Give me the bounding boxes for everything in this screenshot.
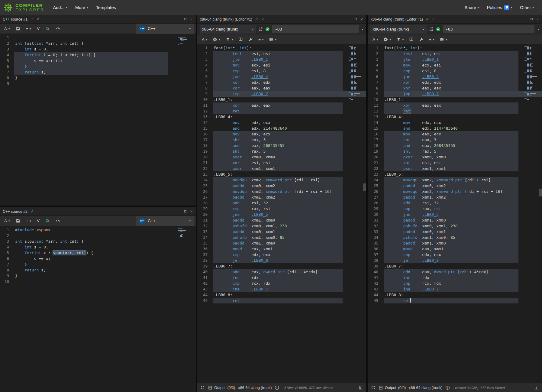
- rename-icon[interactable]: [255, 18, 258, 21]
- compiler-options-input[interactable]: -O3: [443, 25, 534, 33]
- stats-icon[interactable]: [534, 385, 539, 390]
- font-size-button[interactable]: A▾: [2, 217, 12, 224]
- asm-line: 9 jmp .LBB0_7: [197, 91, 366, 97]
- nav-menu-share[interactable]: Share▾: [460, 0, 483, 15]
- pane-titlebar[interactable]: C++ source #2: [0, 207, 196, 216]
- nav-menu-add[interactable]: Add...▾: [49, 0, 71, 15]
- vim-toggle-button[interactable]: V: [34, 217, 42, 224]
- asm-label-link[interactable]: .LBB0_7: [422, 92, 439, 96]
- info-icon[interactable]: [445, 385, 450, 390]
- asm-editor[interactable]: 1fast(int*, int):2 test esi, esi3 jle .L…: [197, 44, 366, 383]
- scrollbar-thumb[interactable]: [363, 183, 366, 191]
- rename-icon[interactable]: [30, 210, 34, 213]
- nav-menu-more[interactable]: More▾: [71, 0, 92, 15]
- maximize-icon[interactable]: [354, 18, 357, 21]
- minimap[interactable]: [178, 35, 192, 46]
- add-pane-button[interactable]: +▾: [427, 36, 436, 43]
- recompile-icon[interactable]: [200, 385, 205, 390]
- output-toggle[interactable]: Output (0/0): [208, 385, 235, 390]
- nav-menu-templates[interactable]: Templates: [92, 0, 120, 15]
- minimap[interactable]: [178, 228, 192, 240]
- font-size-button[interactable]: A▾: [2, 25, 12, 32]
- options-gear-button[interactable]: ▾: [211, 36, 222, 43]
- asm-label-link[interactable]: .LBB0_7: [251, 92, 268, 96]
- minimap[interactable]: [524, 46, 538, 100]
- tab-close-icon[interactable]: [36, 210, 40, 213]
- overrides-button[interactable]: [246, 36, 255, 43]
- asm-label-link[interactable]: .LBB0_1: [251, 57, 268, 62]
- filter-button[interactable]: ▾: [224, 36, 235, 43]
- close-icon[interactable]: [536, 18, 539, 21]
- overrides-button[interactable]: [417, 36, 426, 43]
- options-dropdown-icon[interactable]: ▾: [362, 28, 363, 31]
- compiler-select[interactable]: x86-64 clang (trunk) ▾: [370, 25, 427, 34]
- line-number: 38: [368, 258, 378, 263]
- line-number: 41: [368, 275, 378, 280]
- nav-menu-policies[interactable]: Policies▾: [483, 0, 516, 15]
- compiler-select[interactable]: x86-64 clang (trunk) ▾: [200, 25, 256, 34]
- maximize-icon[interactable]: [530, 18, 533, 21]
- vim-toggle-button[interactable]: V: [34, 25, 42, 32]
- recompile-icon[interactable]: [371, 385, 376, 390]
- open-compiler-site-icon[interactable]: [429, 27, 434, 31]
- maximize-icon[interactable]: [184, 18, 187, 21]
- output-toggle[interactable]: Output (0/0): [379, 385, 406, 390]
- compiler-options-input[interactable]: -O3: [272, 25, 359, 33]
- close-icon[interactable]: [190, 18, 193, 21]
- stats-icon[interactable]: [359, 385, 363, 390]
- language-select[interactable]: C++ C++ ▾: [136, 216, 194, 226]
- asm-label-link[interactable]: .LBB0_7: [422, 287, 439, 291]
- asm-label-link[interactable]: .LBB0_5: [251, 212, 268, 217]
- asm-label-link[interactable]: .LBB0_7: [251, 287, 268, 291]
- add-pane-button[interactable]: +▾: [24, 217, 34, 224]
- save-button[interactable]: [13, 25, 23, 32]
- asm-label-link[interactable]: .LBB0_5: [422, 212, 439, 217]
- tools-button[interactable]: ▾: [437, 36, 449, 43]
- insights-button[interactable]: [43, 217, 52, 224]
- insights-button[interactable]: [43, 25, 52, 32]
- pane-titlebar[interactable]: x86-64 clang (trunk) (Editor #1): [368, 15, 542, 24]
- pane-titlebar[interactable]: C++ source #1: [0, 15, 196, 24]
- pane-titlebar[interactable]: x86-64 clang (trunk) (Editor #1): [197, 15, 366, 24]
- scrollbar-thumb[interactable]: [539, 189, 542, 196]
- filter-button[interactable]: ▾: [394, 36, 406, 43]
- close-icon[interactable]: [190, 210, 193, 213]
- save-button[interactable]: [13, 217, 23, 224]
- close-icon[interactable]: [360, 18, 363, 21]
- asm-label-link[interactable]: .LBB0_8: [422, 258, 439, 263]
- add-pane-button[interactable]: +▾: [24, 25, 34, 32]
- quickbench-button[interactable]: [53, 25, 63, 32]
- chevron-down-icon: ▾: [446, 38, 447, 41]
- font-size-button[interactable]: A▾: [370, 36, 380, 43]
- quickbench-button[interactable]: [53, 217, 63, 224]
- tab-close-icon[interactable]: [36, 18, 40, 21]
- nav-menu-other[interactable]: Other▾: [516, 0, 538, 15]
- language-select[interactable]: C++ C++ ▾: [136, 24, 194, 34]
- rename-icon[interactable]: [30, 18, 34, 21]
- tools-button[interactable]: ▾: [267, 36, 279, 43]
- compiler-explorer-logo[interactable]: COMPILER EXPLORER: [0, 3, 49, 12]
- rename-icon[interactable]: [426, 18, 429, 21]
- options-dropdown-icon[interactable]: ▾: [537, 28, 539, 31]
- asm-label-link[interactable]: .LBB0_8: [251, 258, 268, 263]
- tab-close-icon[interactable]: [261, 18, 264, 21]
- line-number: 27: [368, 194, 378, 200]
- options-gear-button[interactable]: ▾: [381, 36, 393, 43]
- tab-close-icon[interactable]: [432, 18, 435, 21]
- open-compiler-site-icon[interactable]: [258, 27, 263, 31]
- maximize-icon[interactable]: [184, 210, 187, 213]
- source-editor[interactable]: 12int fast(int *arr, int cnt) {3 int s =…: [0, 34, 196, 206]
- libraries-button[interactable]: [407, 36, 416, 43]
- line-number: 17: [197, 137, 208, 143]
- asm-editor[interactable]: 1fast(int*, int):2 test esi, esi3 jle .L…: [368, 44, 542, 383]
- asm-label-link[interactable]: .LBB0_4: [422, 74, 439, 79]
- asm-label-link[interactable]: .LBB0_4: [251, 74, 268, 79]
- line-number: 2: [0, 233, 9, 238]
- minimap[interactable]: [349, 46, 363, 100]
- info-icon[interactable]: [275, 385, 279, 390]
- add-pane-button[interactable]: +▾: [256, 36, 266, 43]
- asm-label-link[interactable]: .LBB0_1: [422, 57, 439, 62]
- font-size-button[interactable]: A▾: [200, 36, 209, 43]
- source-editor[interactable]: 1#include <span>23int slow(int *arr, int…: [0, 226, 196, 392]
- libraries-button[interactable]: [236, 36, 245, 43]
